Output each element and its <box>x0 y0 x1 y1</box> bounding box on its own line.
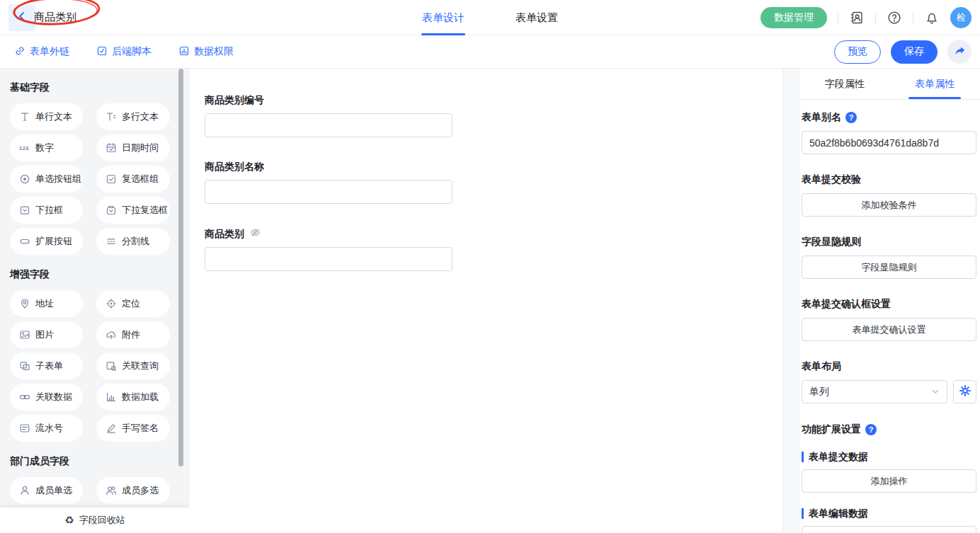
field-pill-label: 扩展按钮 <box>35 235 72 248</box>
field-pill-label: 成员单选 <box>35 484 72 497</box>
field-pill-label: 单行文本 <box>35 110 72 123</box>
panel-tab-0[interactable]: 字段属性 <box>799 69 890 99</box>
ext-settings-label: 功能扩展设置 <box>802 423 861 436</box>
form-toolbar: 表单外链后端脚本数据权限 预览 保存 <box>0 35 980 69</box>
field-pill-data-load[interactable]: 数据加载 <box>96 384 170 411</box>
field-pill-input-text[interactable]: 单行文本 <box>10 103 83 130</box>
field-pill-member-single[interactable]: 成员单选 <box>10 477 83 504</box>
panel-section-button-2[interactable]: 表单提交确认设置 <box>802 318 976 341</box>
divider <box>913 13 913 23</box>
field-pill-label: 手写签名 <box>122 422 159 435</box>
field-pill-link-data[interactable]: 关联数据 <box>10 384 83 411</box>
field-pill-label: 地址 <box>35 297 54 310</box>
form-layout-select[interactable]: 单列 <box>802 380 947 403</box>
locate-icon <box>106 298 117 309</box>
recycle-icon: ♻ <box>64 515 74 525</box>
canvas-field-1[interactable]: 商品类别名称 <box>205 161 782 204</box>
share-button[interactable] <box>947 40 972 64</box>
canvas-field-input[interactable] <box>205 113 452 137</box>
canvas-field-label: 商品类别 <box>205 228 244 241</box>
field-pill-label: 流水号 <box>35 422 63 435</box>
field-pill-link-query[interactable]: 关联查询 <box>96 353 170 379</box>
help-icon[interactable] <box>887 10 902 25</box>
member-multi-icon <box>106 485 117 496</box>
eye-off-icon <box>250 227 261 241</box>
checkbox-group-icon <box>106 173 117 185</box>
form-alias-help-icon[interactable]: ? <box>845 112 857 123</box>
form-layout-value: 单列 <box>809 386 829 399</box>
field-pill-divider[interactable]: 分割线 <box>96 228 170 255</box>
save-button[interactable]: 保存 <box>891 40 938 64</box>
bell-icon[interactable] <box>924 10 940 25</box>
layout-settings-button[interactable] <box>953 380 976 403</box>
field-pill-label: 定位 <box>122 297 140 310</box>
input-text-icon <box>19 111 30 122</box>
field-pill-number[interactable]: 123数字 <box>10 134 83 161</box>
sidebar-section-title: 基础字段 <box>10 81 190 94</box>
field-pill-label: 附件 <box>122 328 140 341</box>
select-icon <box>19 205 30 216</box>
permission-icon <box>178 45 190 59</box>
field-pill-textarea[interactable]: 多行文本 <box>96 103 170 130</box>
script-icon <box>96 45 108 59</box>
field-pill-radio-group[interactable]: 单选按钮组 <box>10 166 83 193</box>
sidebar-scrollbar-thumb[interactable] <box>178 69 183 466</box>
ext-group-button-0[interactable]: 添加操作 <box>802 469 976 493</box>
field-recycle-bin[interactable]: ♻ 字段回收站 <box>0 508 190 532</box>
panel-section-button-1[interactable]: 字段显隐规则 <box>802 256 976 279</box>
user-avatar[interactable]: 检 <box>950 7 972 28</box>
field-pill-datetime[interactable]: 日期时间 <box>96 134 170 161</box>
field-pill-label: 分割线 <box>122 235 149 248</box>
back-button[interactable] <box>8 4 35 31</box>
toolbar-link-permission[interactable]: 数据权限 <box>178 45 234 59</box>
field-pill-extend-button[interactable]: 扩展按钮 <box>10 228 83 255</box>
header-tab-1[interactable]: 表单设置 <box>515 0 558 35</box>
field-pill-signature[interactable]: 手写签名 <box>96 415 170 442</box>
field-pill-label: 成员多选 <box>122 484 159 497</box>
preview-button[interactable]: 预览 <box>834 40 881 64</box>
back-chevron-icon <box>16 11 28 25</box>
field-pill-locate[interactable]: 定位 <box>96 290 170 317</box>
divider <box>838 13 838 23</box>
field-pill-label: 复选框组 <box>122 173 159 185</box>
header-tab-0[interactable]: 表单设计 <box>422 0 465 35</box>
panel-section-button-0[interactable]: 添加校验条件 <box>802 193 976 217</box>
field-pill-member-multi[interactable]: 成员多选 <box>96 477 170 504</box>
field-pill-image[interactable]: 图片 <box>10 321 83 348</box>
field-pill-subform[interactable]: 子表单 <box>10 353 83 379</box>
field-pill-label: 单选按钮组 <box>35 173 81 185</box>
panel-section-title: 表单提交校验 <box>802 173 861 186</box>
address-book-icon[interactable] <box>849 10 865 25</box>
ext-settings-help-icon[interactable]: ? <box>865 424 877 435</box>
panel-tab-1[interactable]: 表单属性 <box>890 69 980 99</box>
link-query-icon <box>106 360 117 372</box>
toolbar-link-link[interactable]: 表单外链 <box>14 45 69 59</box>
sidebar-section-title: 增强字段 <box>10 268 190 281</box>
extend-button-icon <box>19 236 30 247</box>
field-pill-attachment[interactable]: 附件 <box>96 321 170 348</box>
field-pill-label: 日期时间 <box>122 142 159 154</box>
multi-select-icon <box>106 205 117 216</box>
canvas-field-input[interactable] <box>205 247 452 271</box>
app-header: 商品类别 表单设计表单设置 数据管理 <box>0 0 980 35</box>
canvas-field-label: 商品类别编号 <box>205 94 264 107</box>
number-icon: 123 <box>19 142 30 154</box>
data-manage-button[interactable]: 数据管理 <box>760 7 827 28</box>
canvas-field-2[interactable]: 商品类别 <box>205 227 782 271</box>
recycle-bin-label: 字段回收站 <box>79 514 125 527</box>
field-pill-select[interactable]: 下拉框 <box>10 197 83 224</box>
field-pill-label: 子表单 <box>35 360 63 372</box>
toolbar-link-script[interactable]: 后端脚本 <box>96 45 152 59</box>
gear-icon <box>959 384 972 400</box>
serial-number-icon <box>19 423 30 434</box>
field-pill-address[interactable]: 地址 <box>10 290 83 317</box>
properties-panel: 字段属性表单属性 表单别名 ? 表单提交校验添加校验条件字段显隐规则字段显隐规则… <box>799 69 980 532</box>
canvas-field-0[interactable]: 商品类别编号 <box>205 94 782 137</box>
form-alias-input[interactable] <box>802 131 976 154</box>
ext-group-button-1[interactable]: 添加操作 <box>802 526 976 533</box>
form-design-canvas[interactable]: 商品类别编号商品类别名称商品类别 <box>190 69 782 532</box>
field-pill-checkbox-group[interactable]: 复选框组 <box>96 166 170 193</box>
field-pill-multi-select[interactable]: 下拉复选框 <box>96 197 170 224</box>
field-pill-serial-number[interactable]: 流水号 <box>10 415 83 442</box>
canvas-field-input[interactable] <box>205 180 452 204</box>
